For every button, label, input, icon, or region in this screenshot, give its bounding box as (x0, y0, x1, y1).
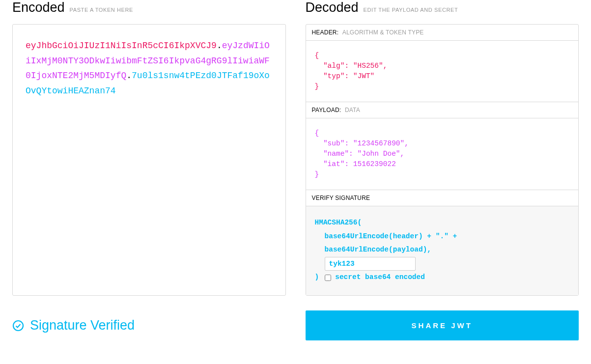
header-sublabel: ALGORITHM & TOKEN TYPE (342, 29, 424, 36)
token-dot: . (126, 71, 132, 81)
svg-point-0 (13, 321, 23, 331)
check-circle-icon (12, 320, 24, 332)
payload-label: PAYLOAD: (312, 107, 341, 113)
encoded-token-input[interactable]: eyJhbGciOiJIUzI1NiIsInR5cCI6IkpXVCJ9.eyJ… (12, 24, 286, 296)
signature-label: VERIFY SIGNATURE (312, 195, 370, 201)
header-section-label: HEADER: ALGORITHM & TOKEN TYPE (306, 25, 579, 41)
payload-section-label: PAYLOAD: DATA (306, 102, 579, 118)
header-json-editor[interactable]: { "alg": "HS256", "typ": "JWT" } (306, 41, 579, 102)
encoded-panel: Encoded PASTE A TOKEN HERE eyJhbGciOiJIU… (12, 0, 286, 296)
secret-input[interactable] (325, 257, 416, 271)
signature-status-text: Signature Verified (30, 318, 135, 333)
sig-line-header: base64UrlEncode(header) + "." + (325, 230, 570, 244)
share-jwt-button[interactable]: SHARE JWT (306, 310, 579, 340)
signature-section-label: VERIFY SIGNATURE (306, 190, 579, 206)
decoded-hint: EDIT THE PAYLOAD AND SECRET (364, 7, 458, 13)
sig-line-close: ) (315, 271, 319, 284)
encoded-title: Encoded (12, 0, 65, 15)
header-label: HEADER: (312, 29, 339, 36)
encoded-hint: PASTE A TOKEN HERE (70, 7, 133, 13)
decoded-title-row: Decoded EDIT THE PAYLOAD AND SECRET (306, 0, 579, 15)
signature-status: Signature Verified (12, 318, 286, 333)
sig-line-payload: base64UrlEncode(payload), (325, 243, 570, 257)
secret-base64-checkbox[interactable] (325, 275, 331, 281)
encoded-title-row: Encoded PASTE A TOKEN HERE (12, 0, 286, 15)
secret-base64-label: secret base64 encoded (335, 271, 425, 284)
token-dot: . (217, 41, 222, 51)
decoded-panel: Decoded EDIT THE PAYLOAD AND SECRET HEAD… (306, 0, 579, 296)
decoded-box: HEADER: ALGORITHM & TOKEN TYPE { "alg": … (306, 24, 579, 296)
payload-sublabel: DATA (345, 107, 360, 113)
decoded-title: Decoded (306, 0, 359, 15)
signature-section-body: HMACSHA256( base64UrlEncode(header) + ".… (306, 206, 579, 295)
token-segment-header: eyJhbGciOiJIUzI1NiIsInR5cCI6IkpXVCJ9 (26, 41, 217, 51)
payload-json-editor[interactable]: { "sub": "1234567890", "name": "John Doe… (306, 118, 579, 190)
sig-line-open: HMACSHA256( (315, 216, 570, 230)
